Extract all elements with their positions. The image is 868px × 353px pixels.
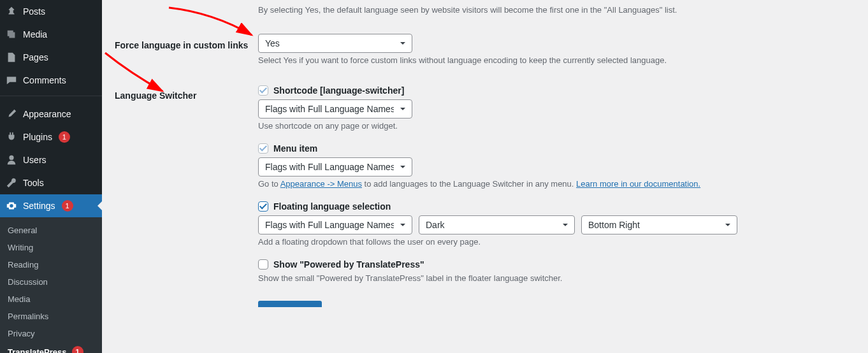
select-floating-position[interactable]: Bottom Right <box>581 215 737 234</box>
submenu-discussion[interactable]: Discussion <box>0 273 102 291</box>
sidebar-item-label: Appearance <box>23 109 71 119</box>
desc-floating: Add a floating dropdown that follows the… <box>258 237 832 247</box>
sidebar-item-plugins[interactable]: Plugins 1 <box>0 126 102 148</box>
page-icon <box>5 51 18 64</box>
select-force-links[interactable]: Yes <box>258 34 412 53</box>
admin-sidebar: Posts Media Pages Comments Appearance Pl… <box>0 0 102 353</box>
sidebar-item-posts[interactable]: Posts <box>0 0 102 23</box>
desc-force-links: Select Yes if you want to force custom l… <box>258 55 832 65</box>
desc-menu-item: Go to Appearance -> Menus to add languag… <box>258 179 832 189</box>
sidebar-item-label: Comments <box>23 75 66 85</box>
submenu-translatepress[interactable]: TranslatePress 1 <box>0 342 102 353</box>
wrench-icon <box>5 176 18 189</box>
update-badge: 1 <box>62 200 73 212</box>
sidebar-item-label: Plugins <box>23 132 52 142</box>
settings-submenu: General Writing Reading Discussion Media… <box>0 217 102 353</box>
label-floating: Floating language selection <box>273 201 391 212</box>
checkbox-menu-item[interactable] <box>258 143 268 154</box>
label-force-links: Force language in custom links <box>115 27 258 63</box>
label-shortcode: Shortcode [language-switcher] <box>273 85 404 96</box>
sidebar-item-appearance[interactable]: Appearance <box>0 103 102 126</box>
sidebar-item-users[interactable]: Users <box>0 148 102 171</box>
label-language-switcher: Language Switcher <box>115 78 258 113</box>
submenu-permalinks[interactable]: Permalinks <box>0 308 102 325</box>
sidebar-item-label: Users <box>23 155 47 165</box>
checkbox-shortcode[interactable] <box>258 85 268 96</box>
menu-separator <box>0 96 102 99</box>
submenu-general[interactable]: General <box>0 222 102 239</box>
media-icon <box>5 28 18 41</box>
sidebar-item-pages[interactable]: Pages <box>0 46 102 69</box>
sidebar-item-label: Posts <box>23 6 45 17</box>
submenu-media[interactable]: Media <box>0 291 102 308</box>
select-menu-item-style[interactable]: Flags with Full Language Names <box>258 157 412 176</box>
users-icon <box>5 154 18 166</box>
sidebar-item-comments[interactable]: Comments <box>0 69 102 92</box>
sidebar-item-label: Media <box>23 29 47 40</box>
select-floating-style[interactable]: Flags with Full Language Names <box>258 215 412 234</box>
sidebar-item-settings[interactable]: Settings 1 <box>0 194 102 217</box>
checkbox-floating[interactable] <box>258 201 268 212</box>
desc-powered-by: Show the small "Powered by TranslatePres… <box>258 273 832 283</box>
update-badge: 1 <box>72 346 83 353</box>
sidebar-item-media[interactable]: Media <box>0 23 102 46</box>
link-appearance-menus[interactable]: Appearance -> Menus <box>280 179 362 189</box>
link-learn-docs[interactable]: Learn more in our documentation. <box>576 179 700 189</box>
sidebar-item-label: Pages <box>23 52 48 62</box>
save-button[interactable] <box>258 301 322 307</box>
select-shortcode-style[interactable]: Flags with Full Language Names <box>258 99 412 119</box>
label-menu-item: Menu item <box>273 143 317 154</box>
select-floating-theme[interactable]: Dark <box>419 215 575 234</box>
sidebar-item-tools[interactable]: Tools <box>0 171 102 194</box>
submenu-writing[interactable]: Writing <box>0 239 102 256</box>
submenu-privacy[interactable]: Privacy <box>0 325 102 342</box>
sidebar-item-label: Settings <box>23 201 55 211</box>
desc-shortcode: Use shortcode on any page or widget. <box>258 121 832 131</box>
sidebar-item-label: Tools <box>23 178 44 188</box>
submenu-reading[interactable]: Reading <box>0 256 102 273</box>
prev-option-desc: By selecting Yes, the default language s… <box>258 5 832 15</box>
update-badge: 1 <box>59 131 70 143</box>
label-powered-by: Show "Powered by TranslatePress" <box>273 259 424 270</box>
checkbox-powered-by[interactable] <box>258 259 268 270</box>
comment-icon <box>5 74 18 87</box>
settings-icon <box>5 199 18 212</box>
settings-panel: By selecting Yes, the default language s… <box>102 0 868 353</box>
plug-icon <box>5 131 18 143</box>
brush-icon <box>5 108 18 120</box>
pin-icon <box>5 5 18 18</box>
